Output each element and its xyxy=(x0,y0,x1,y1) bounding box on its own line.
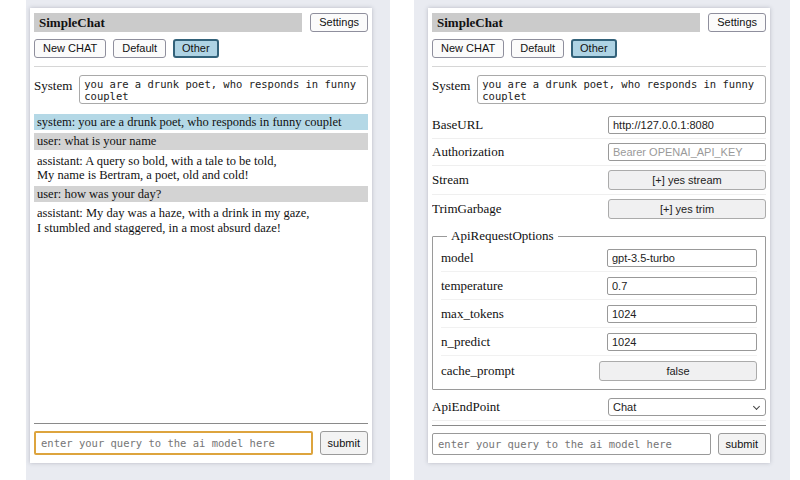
session-tab-other[interactable]: Other xyxy=(571,39,617,58)
chat-message-user: user: how was your day? xyxy=(34,186,368,202)
model-input[interactable] xyxy=(607,249,757,267)
setting-label-baseurl: BaseURL xyxy=(432,117,608,133)
setting-row-model: model xyxy=(441,244,757,271)
api-request-options-fieldset: ApiRequestOptions model temperature max_… xyxy=(432,228,766,390)
api-request-options-legend: ApiRequestOptions xyxy=(447,228,558,244)
session-row: New CHAT Default Other xyxy=(432,39,766,58)
setting-label-model: model xyxy=(441,250,607,266)
submit-button[interactable]: submit xyxy=(320,431,368,455)
settings-button[interactable]: Settings xyxy=(310,13,368,32)
system-prompt-input[interactable]: you are a drunk poet, who responds in fu… xyxy=(79,75,368,104)
setting-row-n-predict: n_predict xyxy=(441,327,757,355)
system-prompt-label: System xyxy=(34,75,72,94)
setting-row-trimgarbage: TrimGarbage [+] yes trim xyxy=(432,194,766,223)
system-prompt-row: System you are a drunk poet, who respond… xyxy=(432,75,766,104)
titlebar: SimpleChat Settings xyxy=(34,13,368,32)
chat-panel: SimpleChat Settings New CHAT Default Oth… xyxy=(30,8,372,463)
setting-label-stream: Stream xyxy=(432,172,608,188)
setting-row-authorization: Authorization xyxy=(432,138,766,165)
baseurl-input[interactable] xyxy=(608,116,766,134)
chat-message-assistant: assistant: My day was a haze, with a dri… xyxy=(34,205,368,236)
query-bar: submit xyxy=(432,425,766,455)
system-prompt-row: System you are a drunk poet, who respond… xyxy=(34,75,368,104)
session-tab-other[interactable]: Other xyxy=(173,39,219,58)
cache-prompt-toggle-button[interactable]: false xyxy=(599,361,757,381)
app-title: SimpleChat xyxy=(34,13,302,32)
settings-panel: SimpleChat Settings New CHAT Default Oth… xyxy=(428,8,770,463)
settings-button[interactable]: Settings xyxy=(708,13,766,32)
app-title: SimpleChat xyxy=(432,13,700,32)
simplechat-settings-view: SimpleChat Settings New CHAT Default Oth… xyxy=(414,0,790,480)
setting-row-cache-prompt: cache_prompt false xyxy=(441,355,757,385)
divider xyxy=(432,425,766,426)
max-tokens-input[interactable] xyxy=(607,305,757,323)
api-endpoint-selected-value: Chat xyxy=(613,401,636,413)
system-prompt-label: System xyxy=(432,75,470,94)
session-tab-default[interactable]: Default xyxy=(511,39,564,58)
chat-message-system: system: you are a drunk poet, who respon… xyxy=(34,114,368,130)
setting-label-temperature: temperature xyxy=(441,278,607,294)
trimgarbage-toggle-button[interactable]: [+] yes trim xyxy=(608,199,766,219)
chat-message-assistant: assistant: A query so bold, with a tale … xyxy=(34,153,368,184)
system-prompt-input[interactable]: you are a drunk poet, who responds in fu… xyxy=(477,75,766,104)
simplechat-chat-view: SimpleChat Settings New CHAT Default Oth… xyxy=(26,0,390,480)
setting-label-n-predict: n_predict xyxy=(441,334,607,350)
new-chat-button[interactable]: New CHAT xyxy=(432,39,504,58)
chat-message-user: user: what is your name xyxy=(34,133,368,149)
setting-row-max-tokens: max_tokens xyxy=(441,299,757,327)
setting-row-api-endpoint: ApiEndPoint Chat xyxy=(432,394,766,420)
setting-row-temperature: temperature xyxy=(441,271,757,299)
setting-label-cache-prompt: cache_prompt xyxy=(441,363,599,379)
setting-label-trimgarbage: TrimGarbage xyxy=(432,201,608,217)
setting-row-stream: Stream [+] yes stream xyxy=(432,165,766,194)
chevron-down-icon xyxy=(753,403,760,410)
titlebar: SimpleChat Settings xyxy=(432,13,766,32)
settings-list: BaseURL Authorization Stream [+] yes str… xyxy=(432,112,766,425)
query-input[interactable] xyxy=(34,431,313,455)
temperature-input[interactable] xyxy=(607,277,757,295)
api-endpoint-select[interactable]: Chat xyxy=(608,398,766,416)
divider xyxy=(34,66,368,67)
n-predict-input[interactable] xyxy=(607,333,757,351)
divider xyxy=(432,66,766,67)
setting-label-api-endpoint: ApiEndPoint xyxy=(432,399,608,415)
stream-toggle-button[interactable]: [+] yes stream xyxy=(608,170,766,190)
setting-label-max-tokens: max_tokens xyxy=(441,306,607,322)
setting-row-baseurl: BaseURL xyxy=(432,112,766,138)
session-row: New CHAT Default Other xyxy=(34,39,368,58)
submit-button[interactable]: submit xyxy=(718,433,766,455)
query-bar: submit xyxy=(34,423,368,455)
chat-message-list: system: you are a drunk poet, who respon… xyxy=(34,114,368,423)
divider xyxy=(34,423,368,424)
session-tab-default[interactable]: Default xyxy=(113,39,166,58)
authorization-input[interactable] xyxy=(608,143,766,161)
setting-label-authorization: Authorization xyxy=(432,144,608,160)
new-chat-button[interactable]: New CHAT xyxy=(34,39,106,58)
query-input[interactable] xyxy=(432,433,711,455)
